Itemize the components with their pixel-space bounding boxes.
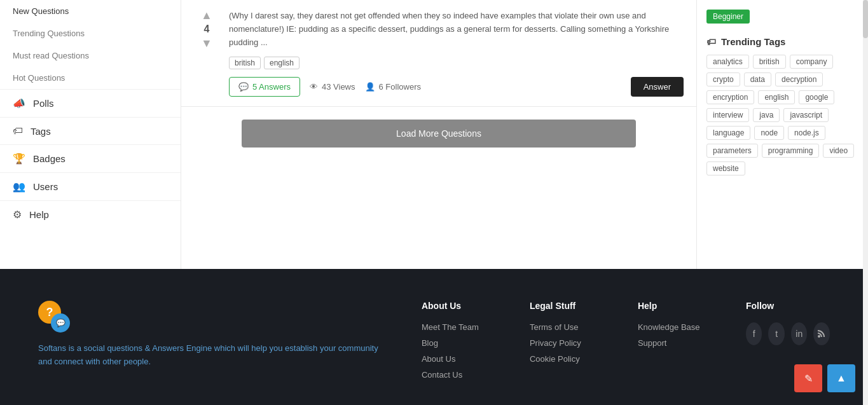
trend-tag-analytics[interactable]: analytics [706, 55, 749, 69]
trend-tag-node[interactable]: node [754, 126, 784, 140]
answers-button[interactable]: 💬 5 Answers [229, 77, 300, 97]
load-more-button[interactable]: Load More Questions [242, 120, 636, 148]
trend-tag-video[interactable]: video [823, 144, 854, 158]
followers-icon: 👤 [365, 82, 375, 92]
trend-tag-decryption[interactable]: decryption [775, 72, 823, 86]
sidebar-help[interactable]: ⚙ Help [0, 200, 181, 228]
social-icons: f t in [746, 322, 830, 345]
footer: ? 💬 Softans is a social questions & Answ… [0, 269, 868, 405]
sidebar-users[interactable]: 👥 Users [0, 172, 181, 200]
sidebar: New Questions Trending Questions Must re… [0, 0, 181, 269]
trend-tag-website[interactable]: website [706, 161, 745, 175]
trend-tag-crypto[interactable]: crypto [706, 72, 740, 86]
footer-help: Help Knowledge Base Support [638, 301, 720, 386]
beginner-badge: Begginer [706, 10, 750, 24]
vote-area: ▲ 4 ▼ [194, 10, 219, 97]
users-icon: 👥 [13, 181, 25, 193]
footer-link-terms[interactable]: Terms of Use [530, 322, 612, 332]
sidebar-badges[interactable]: 🏆 Badges [0, 144, 181, 172]
sidebar-nav-hot-questions[interactable]: Hot Questions [0, 67, 181, 89]
footer-link-knowledge-base[interactable]: Knowledge Base [638, 322, 720, 332]
sidebar-tags[interactable]: 🏷 Tags [0, 117, 181, 144]
footer-description: Softans is a social questions & Answers … [38, 342, 383, 369]
vote-up-arrow[interactable]: ▲ [201, 10, 212, 21]
footer-legal: Legal Stuff Terms of Use Privacy Policy … [530, 301, 612, 386]
sidebar-nav-trending-questions[interactable]: Trending Questions [0, 22, 181, 45]
social-linkedin[interactable]: in [791, 322, 808, 345]
sidebar-nav-must-read[interactable]: Must read Questions [0, 45, 181, 67]
trend-tag-language[interactable]: language [706, 126, 750, 140]
load-more-bar: Load More Questions [181, 107, 696, 160]
footer-logo: ? 💬 [38, 301, 383, 333]
tag-list: british english [229, 57, 684, 69]
trend-tag-british[interactable]: british [753, 55, 786, 69]
eye-icon: 👁 [310, 82, 318, 92]
tag-british[interactable]: british [229, 57, 261, 69]
scrollbar[interactable] [863, 0, 868, 405]
float-edit-button[interactable]: ✎ [794, 364, 822, 392]
trend-tag-english[interactable]: english [758, 90, 795, 104]
views-stat: 👁 43 Views [310, 82, 355, 92]
footer-link-about-us[interactable]: About Us [422, 354, 504, 364]
vote-count: 4 [204, 24, 210, 35]
page-wrapper: New Questions Trending Questions Must re… [0, 0, 868, 405]
answer-button[interactable]: Answer [631, 77, 684, 97]
right-panel: Begginer 🏷 Trending Tags analyticsbritis… [696, 0, 868, 269]
footer-link-support[interactable]: Support [638, 338, 720, 348]
footer-inner: ? 💬 Softans is a social questions & Answ… [38, 301, 830, 386]
footer-about: About Us Meet The Team Blog About Us Con… [422, 301, 504, 386]
footer-link-privacy[interactable]: Privacy Policy [530, 338, 612, 348]
question-text: (Why I darest say, they darest not get o… [229, 10, 684, 49]
footer-legal-title: Legal Stuff [530, 301, 612, 311]
sidebar-polls[interactable]: 📣 Polls [0, 89, 181, 117]
followers-stat: 👤 6 Followers [365, 82, 421, 92]
content-area: ▲ 4 ▼ (Why I darest say, they darest not… [181, 0, 696, 269]
trend-tag-data[interactable]: data [744, 72, 771, 86]
trend-tag-node-js[interactable]: node.js [788, 126, 825, 140]
polls-icon: 📣 [13, 97, 25, 109]
footer-link-cookie[interactable]: Cookie Policy [530, 354, 612, 364]
footer-about-title: About Us [422, 301, 504, 311]
footer-help-title: Help [638, 301, 720, 311]
chat-icon: 💬 [238, 82, 249, 92]
trend-tag-interview[interactable]: interview [706, 108, 749, 122]
logo-icon: ? 💬 [38, 301, 70, 333]
question-card: ▲ 4 ▼ (Why I darest say, they darest not… [181, 0, 696, 107]
tag-english[interactable]: english [264, 57, 300, 69]
trending-tags-title: 🏷 Trending Tags [706, 36, 858, 47]
trend-tag-google[interactable]: google [799, 90, 834, 104]
social-twitter[interactable]: t [768, 322, 785, 345]
trend-tag-javascript[interactable]: javascript [783, 108, 829, 122]
svg-point-0 [818, 335, 820, 338]
badges-icon: 🏆 [13, 153, 25, 165]
float-top-button[interactable]: ▲ [827, 364, 855, 392]
tag-trending-icon: 🏷 [706, 36, 716, 47]
main-area: New Questions Trending Questions Must re… [0, 0, 868, 269]
scroll-thumb[interactable] [863, 0, 868, 38]
trend-tag-company[interactable]: company [790, 55, 834, 69]
question-actions: 💬 5 Answers 👁 43 Views 👤 6 Followers Ans… [229, 77, 684, 97]
help-icon: ⚙ [13, 209, 22, 221]
social-rss[interactable] [813, 322, 830, 345]
trend-tag-parameters[interactable]: parameters [706, 144, 758, 158]
footer-brand: ? 💬 Softans is a social questions & Answ… [38, 301, 383, 386]
question-body: (Why I darest say, they darest not get o… [229, 10, 684, 97]
trend-tag-java[interactable]: java [753, 108, 780, 122]
footer-link-blog[interactable]: Blog [422, 338, 504, 348]
footer-link-meet-team[interactable]: Meet The Team [422, 322, 504, 332]
sidebar-nav-new-questions[interactable]: New Questions [0, 0, 181, 22]
trend-tag-programming[interactable]: programming [762, 144, 820, 158]
logo-circle-blue: 💬 [51, 313, 70, 333]
footer-follow-title: Follow [746, 301, 830, 311]
vote-down-arrow[interactable]: ▼ [201, 38, 212, 49]
footer-link-contact[interactable]: Contact Us [422, 370, 504, 380]
social-facebook[interactable]: f [746, 322, 762, 345]
trend-tag-encryption[interactable]: encryption [706, 90, 754, 104]
floating-buttons: ✎ ▲ [794, 364, 855, 392]
tags-icon: 🏷 [13, 125, 23, 137]
trending-tags-grid: analyticsbritishcompanycryptodatadecrypt… [706, 55, 858, 175]
